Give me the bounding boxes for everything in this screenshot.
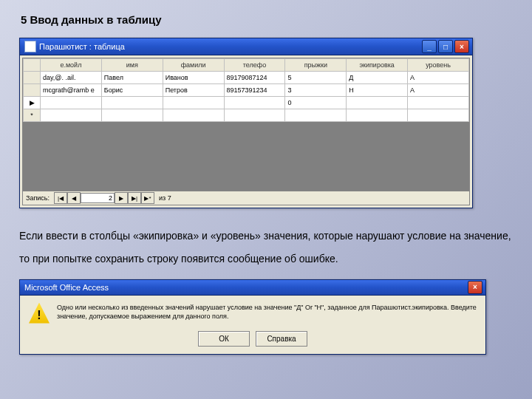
help-button[interactable]: Справка xyxy=(256,331,307,347)
col-level[interactable]: уровень xyxy=(408,59,469,72)
minimize-button[interactable]: _ xyxy=(422,40,437,53)
table-row-new[interactable]: * xyxy=(24,109,469,122)
record-navigator: Запись: |◀ ◀ ▶ ▶| ▶* из 7 xyxy=(23,191,469,205)
nav-prev-button[interactable]: ◀ xyxy=(67,192,81,204)
col-name[interactable]: имя xyxy=(101,59,163,72)
maximize-button[interactable]: □ xyxy=(438,40,453,53)
table-row[interactable]: day,@. .ail. Павел Иванов 89179087124 5 … xyxy=(24,72,469,84)
nav-last-button[interactable]: ▶| xyxy=(128,192,141,204)
titlebar[interactable]: Парашютист : таблица _ □ × xyxy=(20,38,472,55)
nav-position-input[interactable] xyxy=(81,193,115,203)
page-heading: 5 Ввод данных в таблицу xyxy=(21,13,513,26)
col-email[interactable]: е.мойл xyxy=(41,59,102,72)
close-button[interactable]: × xyxy=(454,40,469,53)
dialog-title: Microsoft Office Access xyxy=(24,283,468,292)
col-phone[interactable]: телефо xyxy=(224,59,285,72)
ok-button[interactable]: ОК xyxy=(198,331,250,347)
table-row[interactable]: mcgrath@ramb е Борис Петров 89157391234 … xyxy=(24,84,469,97)
col-jumps[interactable]: прыжки xyxy=(285,59,347,72)
dialog-titlebar[interactable]: Microsoft Office Access × xyxy=(20,280,485,296)
table-window: Парашютист : таблица _ □ × е.мойл имя фа… xyxy=(19,38,473,208)
nav-first-button[interactable]: |◀ xyxy=(54,192,67,204)
body-paragraph: Если ввести в столбцы «экипировка» и «ур… xyxy=(19,225,513,270)
data-grid[interactable]: е.мойл имя фамили телефо прыжки экипиров… xyxy=(23,58,469,122)
error-dialog: Microsoft Office Access × ! Одно или нес… xyxy=(19,279,486,355)
table-area: е.мойл имя фамили телефо прыжки экипиров… xyxy=(22,58,470,205)
col-equipment[interactable]: экипировка xyxy=(347,59,408,72)
warning-icon: ! xyxy=(29,303,50,324)
nav-new-button[interactable]: ▶* xyxy=(141,192,154,204)
window-title: Парашютист : таблица xyxy=(39,42,422,51)
col-surname[interactable]: фамили xyxy=(163,59,224,72)
row-header-col xyxy=(24,59,41,72)
dialog-message: Одно или несколько из введенных значений… xyxy=(57,303,477,321)
nav-next-button[interactable]: ▶ xyxy=(115,192,128,204)
app-icon xyxy=(24,41,36,52)
nav-label: Запись: xyxy=(26,194,50,202)
nav-of-count: из 7 xyxy=(159,194,171,202)
dialog-close-button[interactable]: × xyxy=(468,281,482,294)
table-row[interactable]: ▶ 0 xyxy=(24,97,469,109)
